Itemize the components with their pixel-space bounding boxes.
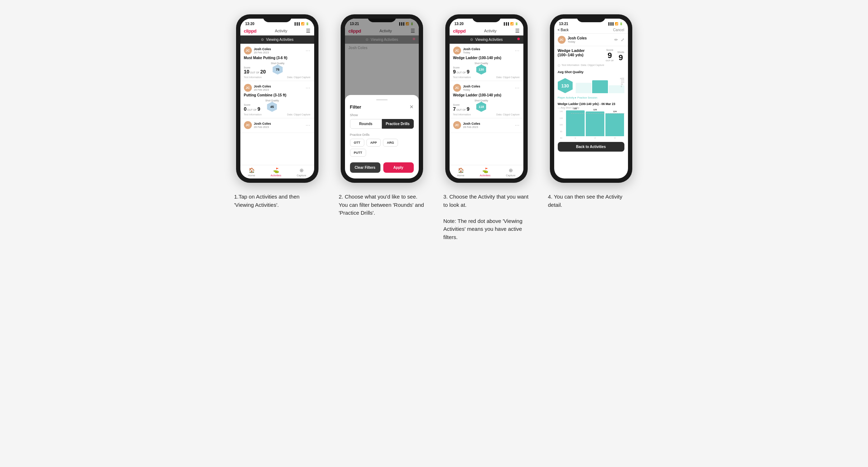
activity-card-1-1[interactable]: JC Josh Coles 28 Feb 2023 ··· Must Make … <box>240 44 314 81</box>
card-user-name-3-2: Josh Coles <box>463 85 480 88</box>
chip-app-2[interactable]: APP <box>366 139 381 147</box>
detail-header-4: < Back Cancel <box>554 27 628 34</box>
score-block-3-2: Score 7 OUT OF 9 <box>453 104 470 112</box>
viewing-bar-3[interactable]: ⚙ Viewing Activities <box>450 35 523 44</box>
toggle-rounds-2[interactable]: Rounds <box>350 119 382 129</box>
activity-card-1-3[interactable]: JC Josh Coles 28 Feb 2023 ··· <box>240 118 314 133</box>
card-title-1-1: Must Make Putting (3-6 ft) <box>244 56 311 60</box>
nav-activities-3[interactable]: ⛳ Activities <box>480 167 490 177</box>
card-title-3-2: Wedge Ladder (100-140 yds) <box>453 93 520 97</box>
detail-title-row-4: Wedge Ladder (100–140 yds) Score 9 OUT O… <box>554 46 628 64</box>
apply-button-2[interactable]: Apply <box>383 162 414 173</box>
card-title-1-2: Putting Combine (3-15 ft) <box>244 93 311 97</box>
nav-home-3[interactable]: 🏠 Home <box>457 167 464 177</box>
status-time-4: 13:21 <box>559 22 569 26</box>
card-user-name-1-3: Josh Coles <box>254 122 271 125</box>
activity-card-3-2[interactable]: JC Josh Coles Today ··· Wedge Ladder (10… <box>450 81 523 118</box>
wifi-icon-1: 📶 <box>301 22 304 25</box>
detail-user-date-4: Today <box>568 40 587 43</box>
caption-1: 1.Tap on Activities and then 'Viewing Ac… <box>234 193 320 209</box>
expand-icon-4[interactable]: ⤢ <box>621 37 624 42</box>
info-line1-4: ⓘ <box>558 64 560 67</box>
card-footer-1-2: Test Information Data: Clippd Capture <box>244 113 311 116</box>
bar-fill-4-1 <box>566 110 585 136</box>
nav-home-label-3: Home <box>457 174 464 177</box>
card-header-1-2: JC Josh Coles 28 Feb 2023 ··· <box>244 84 311 92</box>
card-dots-1-1[interactable]: ··· <box>306 48 310 53</box>
avatar-3-1: JC <box>453 47 461 54</box>
activity-card-3-3[interactable]: JC Josh Coles 28 Feb 2023 ··· <box>450 118 523 133</box>
status-time-1: 13:20 <box>245 22 255 26</box>
nav-home-label-1: Home <box>248 174 255 177</box>
phone2-screen: 13:21 ▐▐▐ 📶 🔋 clippd Activity ☰ <box>345 19 419 178</box>
chip-ott-2[interactable]: OTT <box>350 139 364 147</box>
nav-activities-label-1: Activities <box>270 174 281 177</box>
chip-putt-2[interactable]: PUTT <box>350 149 366 157</box>
clear-filters-button-2[interactable]: Clear Filters <box>350 162 380 173</box>
card-stats-3-1: Score 9 OUT OF 9 Shot Quality 130 <box>453 62 520 75</box>
edit-icon-4[interactable]: ✏ <box>614 37 618 42</box>
card-dots-3-1[interactable]: ··· <box>515 48 519 53</box>
card-user-date-1-1: 28 Feb 2023 <box>254 51 271 54</box>
bottom-nav-3: 🏠 Home ⛳ Activities ⊕ Capture <box>450 165 523 178</box>
hamburger-icon-3[interactable]: ☰ <box>515 28 520 34</box>
bar-fill-4-3 <box>605 113 624 136</box>
phone2-container: 13:21 ▐▐▐ 📶 🔋 clippd Activity ☰ <box>335 14 428 217</box>
back-button-4[interactable]: < Back <box>558 28 569 32</box>
card-stats-3-2: Score 7 OUT OF 9 Shot Quality 118 <box>453 99 520 112</box>
detail-user-name-4: Josh Coles <box>568 36 587 40</box>
activity-card-3-1[interactable]: JC Josh Coles Today ··· Wedge Ladder (10… <box>450 44 523 81</box>
detail-user-left-4: JC Josh Coles Today <box>558 36 587 44</box>
caption-2: 2. Choose what you'd like to see. You ca… <box>339 193 425 217</box>
viewing-bar-1[interactable]: ⚙ Viewing Activities <box>240 35 314 44</box>
footer-data-3-2: Data: Clippd Capture <box>496 113 519 116</box>
mini-bar-1-4 <box>576 83 591 93</box>
nav-home-1[interactable]: 🏠 Home <box>248 167 255 177</box>
chart-y-labels-4: 130 100 50 0 <box>621 79 624 87</box>
detail-action-icons-4: ✏ ⤢ <box>614 37 624 42</box>
card-user-1-1: JC Josh Coles 28 Feb 2023 <box>244 47 271 54</box>
app-logo-1: clippd <box>244 28 256 34</box>
nav-activities-label-3: Activities <box>480 174 490 177</box>
close-icon-2[interactable]: ✕ <box>409 104 414 110</box>
shot-quality-1-1: Shot Quality 75 <box>271 62 284 75</box>
avatar-1-3: JC <box>244 121 252 129</box>
card-stats-1-2: Score 0 OUT OF 9 Shot Quality 45 <box>244 99 311 112</box>
card-dots-1-2[interactable]: ··· <box>306 85 310 90</box>
out-of-label-4: OUT OF <box>606 59 614 62</box>
card-user-info-1-2: Josh Coles 28 Feb 2023 <box>254 85 271 91</box>
player-activity-label-4: Player Activity ▸ Practice Session <box>554 95 628 101</box>
nav-capture-3[interactable]: ⊕ Capture <box>506 167 515 177</box>
back-activities-button-4[interactable]: Back to Activities <box>558 142 624 152</box>
card-user-info-1-3: Josh Coles 28 Feb 2023 <box>254 122 271 129</box>
footer-info-3-1: Test Information <box>453 76 471 78</box>
mini-bars-4 <box>576 80 624 93</box>
activity-card-1-2[interactable]: JC Josh Coles 28 Feb 2023 ··· Putting Co… <box>240 81 314 118</box>
hamburger-icon-1[interactable]: ☰ <box>306 28 311 34</box>
avatar-1-1: JC <box>244 47 252 54</box>
chip-arg-2[interactable]: ARG <box>383 139 398 147</box>
footer-data-1-2: Data: Clippd Capture <box>287 113 310 116</box>
filter-toggle-row-2: Rounds Practice Drills <box>350 119 414 129</box>
app-header-3: clippd Activity ☰ <box>450 27 523 35</box>
status-time-3: 13:20 <box>455 22 464 26</box>
avatar-3-2: JC <box>453 84 461 92</box>
signal-icon-4: ▐▐▐ <box>607 22 613 25</box>
card-dots-1-3[interactable]: ··· <box>306 123 310 128</box>
card-dots-3-2[interactable]: ··· <box>515 85 519 90</box>
phone3: 13:20 ▐▐▐ 📶 🔋 clippd Activity ☰ <box>445 14 528 183</box>
y-axis-4: 140 120 100 80 60 <box>558 110 565 139</box>
nav-activities-1[interactable]: ⛳ Activities <box>270 167 281 177</box>
header-title-1: Activity <box>275 29 287 33</box>
card-dots-3-3[interactable]: ··· <box>515 123 519 128</box>
toggle-practice-2[interactable]: Practice Drills <box>382 119 414 129</box>
phone3-container: 13:20 ▐▐▐ 📶 🔋 clippd Activity ☰ <box>440 14 533 241</box>
modal-handle-2 <box>376 99 388 100</box>
card-user-date-3-1: Today <box>463 51 480 54</box>
nav-capture-1[interactable]: ⊕ Capture <box>297 167 306 177</box>
info-text2-4: Data: Clippd Capture <box>581 64 604 67</box>
card-header-3-1: JC Josh Coles Today ··· <box>453 47 520 54</box>
score-value-4: 9 <box>608 52 612 59</box>
card-user-info-3-3: Josh Coles 28 Feb 2023 <box>463 122 480 129</box>
cancel-button-4[interactable]: Cancel <box>613 28 624 32</box>
